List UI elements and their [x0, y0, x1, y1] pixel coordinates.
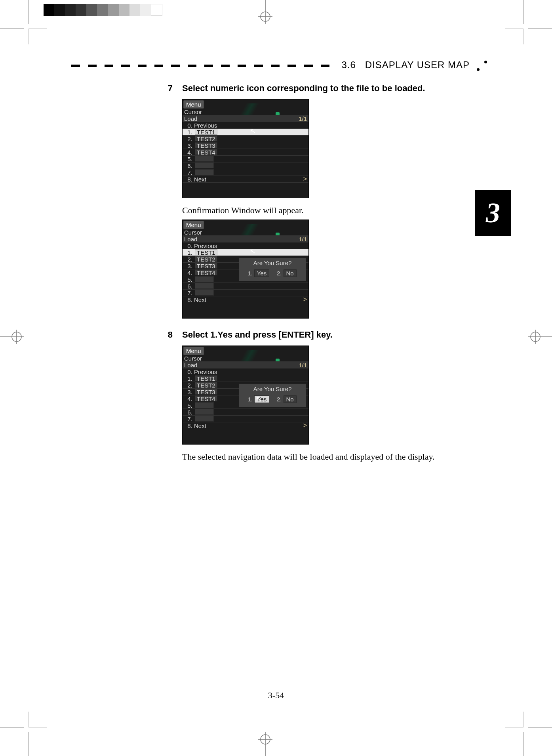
- menu-item-6[interactable]: 6.: [183, 162, 308, 169]
- confirm-no[interactable]: No: [284, 269, 297, 277]
- cursor-label: Cursor: [183, 229, 308, 236]
- crop-mark: [28, 732, 29, 756]
- confirm-no[interactable]: No: [284, 395, 297, 403]
- pointer-icon: ↖: [255, 395, 263, 403]
- menu-button[interactable]: Menu: [183, 100, 204, 109]
- crop-mark: [523, 732, 524, 756]
- menu-item-1[interactable]: 1. TEST1 ↖: [183, 249, 308, 256]
- cursor-label: Cursor: [183, 355, 308, 362]
- page-index: 1/1: [299, 115, 307, 122]
- chevron-right-icon: >: [303, 176, 307, 182]
- trim-corner: [505, 712, 523, 727]
- registration-mark: [528, 325, 552, 349]
- step-number: 8: [162, 330, 173, 340]
- menu-item-3[interactable]: 3. TEST3: [183, 142, 308, 149]
- device-screenshot-3: Menu Cursor Load1/1 0. Previous 1. TEST1…: [182, 346, 309, 445]
- load-title: Load1/1: [183, 115, 308, 122]
- menu-item-next[interactable]: 8. Next>: [183, 296, 308, 303]
- confirm-yes[interactable]: Yes: [254, 269, 269, 277]
- registration-mark: [253, 732, 277, 756]
- confirm-question: Are You Sure?: [239, 386, 306, 392]
- step-number: 7: [162, 83, 173, 94]
- chevron-right-icon: >: [303, 422, 307, 429]
- page-index: 1/1: [299, 236, 307, 242]
- confirm-question: Are You Sure?: [239, 260, 306, 266]
- menu-item-7[interactable]: 7.: [183, 416, 308, 422]
- menu-item-previous[interactable]: 0. Previous: [183, 368, 308, 375]
- menu-item-1[interactable]: 1. TEST1 ↖: [183, 129, 308, 136]
- menu-item-7[interactable]: 7.: [183, 169, 308, 176]
- device-screenshot-2: Menu Cursor Load1/1 0. Previous 1. TEST1…: [182, 220, 309, 319]
- menu-item-previous[interactable]: 0. Previous: [183, 242, 308, 249]
- menu-item-next[interactable]: 8. Next>: [183, 176, 308, 183]
- cursor-label: Cursor: [183, 109, 308, 115]
- load-title: Load1/1: [183, 362, 308, 368]
- crop-mark: [523, 0, 524, 24]
- crop-mark: [0, 28, 24, 29]
- chevron-right-icon: >: [303, 296, 307, 303]
- header-dashes: [71, 65, 334, 67]
- step-7-note: Confirmation Window will appear.: [182, 205, 487, 216]
- crop-mark: [28, 0, 29, 24]
- menu-item-6[interactable]: 6.: [183, 283, 308, 290]
- step-text: Select numeric icon corresponding to the…: [182, 83, 425, 94]
- crop-mark: [528, 28, 552, 29]
- menu-item-next[interactable]: 8. Next>: [183, 422, 308, 429]
- confirm-popup: Are You Sure? 1.Yes 2.No: [239, 258, 306, 281]
- crop-mark: [0, 727, 24, 728]
- menu-item-2[interactable]: 2. TEST2: [183, 136, 308, 142]
- menu-item-7[interactable]: 7.: [183, 290, 308, 296]
- pointer-icon: ↖: [249, 248, 257, 256]
- chapter-tab: 3: [475, 190, 511, 236]
- menu-button[interactable]: Menu: [183, 347, 204, 355]
- grayscale-swatches: [44, 4, 162, 16]
- menu-button[interactable]: Menu: [183, 221, 204, 229]
- pointer-icon: ↖: [249, 128, 257, 135]
- confirm-popup: Are You Sure? 1.Yes ↖ 2.No: [239, 384, 306, 407]
- page-number: 3-54: [0, 690, 552, 701]
- corner-dots-icon: [477, 61, 487, 71]
- trim-corner: [29, 29, 47, 44]
- section-header: 3.6 DISAPLAY USER MAP: [71, 59, 487, 72]
- step-7: 7 Select numeric icon corresponding to t…: [162, 83, 487, 94]
- section-title: DISAPLAY USER MAP: [365, 59, 470, 70]
- crop-mark: [528, 727, 552, 728]
- load-title: Load1/1: [183, 236, 308, 242]
- section-number: 3.6: [341, 59, 356, 70]
- trim-corner: [505, 29, 523, 44]
- menu-item-4[interactable]: 4. TEST4: [183, 149, 308, 156]
- trim-corner: [29, 712, 47, 727]
- step-text: Select 1.Yes and press [ENTER] key.: [182, 330, 333, 340]
- registration-mark: [253, 0, 277, 24]
- page-index: 1/1: [299, 362, 307, 368]
- menu-item-6[interactable]: 6.: [183, 409, 308, 416]
- step-8-note: The selected navigation data will be loa…: [182, 452, 487, 462]
- device-screenshot-1: Menu Cursor Load1/1 0. Previous 1. TEST1…: [182, 99, 309, 198]
- step-8: 8 Select 1.Yes and press [ENTER] key.: [162, 330, 487, 340]
- menu-item-previous[interactable]: 0. Previous: [183, 122, 308, 129]
- menu-item-1[interactable]: 1. TEST1: [183, 375, 308, 382]
- registration-mark: [0, 325, 24, 349]
- menu-item-5[interactable]: 5.: [183, 156, 308, 162]
